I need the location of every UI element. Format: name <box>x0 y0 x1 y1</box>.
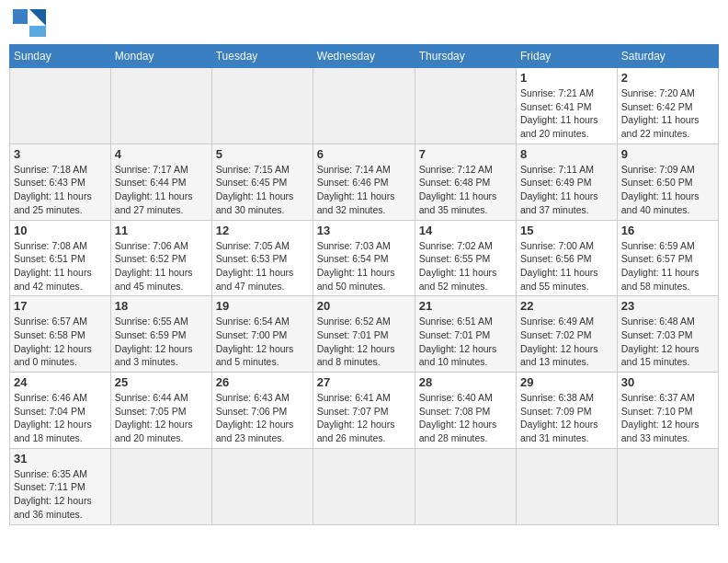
day-info: Sunrise: 6:46 AM Sunset: 7:04 PM Dayligh… <box>14 391 107 445</box>
calendar-cell: 20Sunrise: 6:52 AM Sunset: 7:01 PM Dayli… <box>313 296 415 373</box>
calendar-cell: 8Sunrise: 7:11 AM Sunset: 6:49 PM Daylig… <box>516 144 617 220</box>
calendar-cell: 19Sunrise: 6:54 AM Sunset: 7:00 PM Dayli… <box>211 296 313 373</box>
calendar-cell: 5Sunrise: 7:15 AM Sunset: 6:45 PM Daylig… <box>211 144 313 220</box>
calendar-cell <box>415 68 516 144</box>
day-number: 31 <box>14 452 107 465</box>
calendar-week-row: 24Sunrise: 6:46 AM Sunset: 7:04 PM Dayli… <box>10 373 719 449</box>
day-number: 15 <box>520 224 613 237</box>
calendar-cell: 22Sunrise: 6:49 AM Sunset: 7:02 PM Dayli… <box>516 296 617 373</box>
day-info: Sunrise: 6:52 AM Sunset: 7:01 PM Dayligh… <box>317 315 411 369</box>
col-header-sunday: Sunday <box>10 45 111 68</box>
calendar-cell <box>211 448 313 524</box>
day-number: 13 <box>317 224 411 237</box>
svg-marker-1 <box>29 9 46 26</box>
day-info: Sunrise: 7:05 AM Sunset: 6:53 PM Dayligh… <box>216 239 309 293</box>
calendar: SundayMondayTuesdayWednesdayThursdayFrid… <box>9 44 719 525</box>
calendar-cell <box>110 68 211 144</box>
calendar-cell: 16Sunrise: 6:59 AM Sunset: 6:57 PM Dayli… <box>617 220 718 296</box>
calendar-header-row: SundayMondayTuesdayWednesdayThursdayFrid… <box>10 45 719 68</box>
day-info: Sunrise: 7:20 AM Sunset: 6:42 PM Dayligh… <box>621 86 714 141</box>
day-info: Sunrise: 6:38 AM Sunset: 7:09 PM Dayligh… <box>520 391 613 445</box>
day-info: Sunrise: 7:21 AM Sunset: 6:41 PM Dayligh… <box>520 86 613 141</box>
logo-icon <box>13 9 46 37</box>
day-info: Sunrise: 6:35 AM Sunset: 7:11 PM Dayligh… <box>14 467 107 522</box>
calendar-cell: 30Sunrise: 6:37 AM Sunset: 7:10 PM Dayli… <box>617 373 718 449</box>
calendar-cell: 2Sunrise: 7:20 AM Sunset: 6:42 PM Daylig… <box>617 68 718 144</box>
day-info: Sunrise: 6:41 AM Sunset: 7:07 PM Dayligh… <box>317 391 411 445</box>
calendar-week-row: 1Sunrise: 7:21 AM Sunset: 6:41 PM Daylig… <box>10 68 719 144</box>
calendar-cell <box>415 448 516 524</box>
day-info: Sunrise: 7:06 AM Sunset: 6:52 PM Dayligh… <box>115 239 208 293</box>
day-number: 17 <box>14 299 107 313</box>
calendar-cell: 9Sunrise: 7:09 AM Sunset: 6:50 PM Daylig… <box>617 144 718 220</box>
calendar-cell <box>516 448 617 524</box>
day-number: 7 <box>419 147 512 161</box>
day-number: 11 <box>115 224 208 237</box>
day-number: 28 <box>419 375 512 389</box>
day-info: Sunrise: 7:11 AM Sunset: 6:49 PM Dayligh… <box>520 163 613 217</box>
day-number: 19 <box>216 299 309 313</box>
day-info: Sunrise: 7:12 AM Sunset: 6:48 PM Dayligh… <box>419 163 512 217</box>
calendar-week-row: 17Sunrise: 6:57 AM Sunset: 6:58 PM Dayli… <box>10 296 719 373</box>
col-header-thursday: Thursday <box>415 45 516 68</box>
day-info: Sunrise: 6:54 AM Sunset: 7:00 PM Dayligh… <box>216 315 309 369</box>
day-number: 3 <box>14 147 107 161</box>
calendar-week-row: 10Sunrise: 7:08 AM Sunset: 6:51 PM Dayli… <box>10 220 719 296</box>
calendar-cell: 18Sunrise: 6:55 AM Sunset: 6:59 PM Dayli… <box>110 296 211 373</box>
day-info: Sunrise: 7:09 AM Sunset: 6:50 PM Dayligh… <box>621 163 714 217</box>
day-number: 6 <box>317 147 411 161</box>
svg-rect-2 <box>29 26 46 37</box>
day-info: Sunrise: 6:43 AM Sunset: 7:06 PM Dayligh… <box>216 391 309 445</box>
calendar-cell: 3Sunrise: 7:18 AM Sunset: 6:43 PM Daylig… <box>10 144 111 220</box>
calendar-cell <box>211 68 313 144</box>
day-number: 23 <box>621 299 714 313</box>
day-number: 9 <box>621 147 714 161</box>
calendar-cell: 12Sunrise: 7:05 AM Sunset: 6:53 PM Dayli… <box>211 220 313 296</box>
calendar-cell: 4Sunrise: 7:17 AM Sunset: 6:44 PM Daylig… <box>110 144 211 220</box>
day-info: Sunrise: 6:57 AM Sunset: 6:58 PM Dayligh… <box>14 315 107 369</box>
day-number: 10 <box>14 224 107 237</box>
calendar-cell: 23Sunrise: 6:48 AM Sunset: 7:03 PM Dayli… <box>617 296 718 373</box>
page-header <box>9 9 719 37</box>
calendar-cell <box>110 448 211 524</box>
day-info: Sunrise: 6:55 AM Sunset: 6:59 PM Dayligh… <box>115 315 208 369</box>
day-number: 16 <box>621 224 714 237</box>
day-number: 30 <box>621 375 714 389</box>
day-info: Sunrise: 6:37 AM Sunset: 7:10 PM Dayligh… <box>621 391 714 445</box>
calendar-cell: 24Sunrise: 6:46 AM Sunset: 7:04 PM Dayli… <box>10 373 111 449</box>
calendar-cell: 6Sunrise: 7:14 AM Sunset: 6:46 PM Daylig… <box>313 144 415 220</box>
calendar-cell: 15Sunrise: 7:00 AM Sunset: 6:56 PM Dayli… <box>516 220 617 296</box>
day-number: 22 <box>520 299 613 313</box>
calendar-week-row: 31Sunrise: 6:35 AM Sunset: 7:11 PM Dayli… <box>10 448 719 524</box>
day-number: 25 <box>115 375 208 389</box>
day-info: Sunrise: 7:18 AM Sunset: 6:43 PM Dayligh… <box>14 163 107 217</box>
calendar-week-row: 3Sunrise: 7:18 AM Sunset: 6:43 PM Daylig… <box>10 144 719 220</box>
day-number: 1 <box>520 71 613 85</box>
day-number: 2 <box>621 71 714 85</box>
calendar-cell <box>10 68 111 144</box>
calendar-cell: 17Sunrise: 6:57 AM Sunset: 6:58 PM Dayli… <box>10 296 111 373</box>
day-number: 8 <box>520 147 613 161</box>
calendar-cell: 25Sunrise: 6:44 AM Sunset: 7:05 PM Dayli… <box>110 373 211 449</box>
day-number: 18 <box>115 299 208 313</box>
day-number: 29 <box>520 375 613 389</box>
col-header-friday: Friday <box>516 45 617 68</box>
day-number: 14 <box>419 224 512 237</box>
day-info: Sunrise: 7:03 AM Sunset: 6:54 PM Dayligh… <box>317 239 411 293</box>
calendar-cell: 14Sunrise: 7:02 AM Sunset: 6:55 PM Dayli… <box>415 220 516 296</box>
day-info: Sunrise: 7:00 AM Sunset: 6:56 PM Dayligh… <box>520 239 613 293</box>
day-number: 27 <box>317 375 411 389</box>
col-header-saturday: Saturday <box>617 45 718 68</box>
calendar-cell: 28Sunrise: 6:40 AM Sunset: 7:08 PM Dayli… <box>415 373 516 449</box>
day-number: 5 <box>216 147 309 161</box>
calendar-cell: 21Sunrise: 6:51 AM Sunset: 7:01 PM Dayli… <box>415 296 516 373</box>
day-number: 24 <box>14 375 107 389</box>
day-number: 4 <box>115 147 208 161</box>
day-info: Sunrise: 6:44 AM Sunset: 7:05 PM Dayligh… <box>115 391 208 445</box>
calendar-cell <box>313 448 415 524</box>
day-info: Sunrise: 6:51 AM Sunset: 7:01 PM Dayligh… <box>419 315 512 369</box>
day-number: 12 <box>216 224 309 237</box>
col-header-wednesday: Wednesday <box>313 45 415 68</box>
day-info: Sunrise: 7:17 AM Sunset: 6:44 PM Dayligh… <box>115 163 208 217</box>
col-header-tuesday: Tuesday <box>211 45 313 68</box>
